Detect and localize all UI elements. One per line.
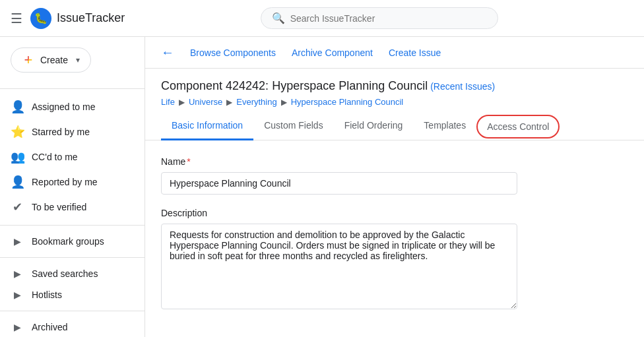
sidebar-item-starred[interactable]: ⭐ Starred by me bbox=[0, 119, 139, 144]
back-button[interactable]: ← bbox=[161, 45, 174, 60]
sidebar-label-verify: To be verified bbox=[32, 202, 86, 212]
name-input[interactable] bbox=[161, 172, 517, 195]
description-field-group: Description Requests for construction an… bbox=[161, 208, 628, 311]
sidebar-divider-mid bbox=[0, 225, 145, 226]
person-icon: 👤 bbox=[11, 100, 24, 114]
description-label: Description bbox=[161, 208, 628, 218]
sidebar-item-assigned[interactable]: 👤 Assigned to me bbox=[0, 94, 139, 119]
app-name: IssueTracker bbox=[57, 11, 125, 25]
sidebar-label-assigned: Assigned to me bbox=[32, 102, 96, 112]
tab-custom-fields[interactable]: Custom Fields bbox=[253, 112, 333, 140]
search-box[interactable]: 🔍 bbox=[261, 7, 498, 29]
browse-components-link[interactable]: Browse Components bbox=[190, 47, 276, 58]
sidebar-label-reported: Reported by me bbox=[32, 177, 98, 187]
sidebar-item-bookmarks[interactable]: ▶ Bookmark groups bbox=[0, 231, 145, 252]
breadcrumb-everything[interactable]: Everything bbox=[236, 97, 276, 107]
form-area: Name* Description Requests for construct… bbox=[145, 140, 644, 337]
main-content: ← Browse Components Archive Component Cr… bbox=[145, 37, 644, 337]
sidebar-label-bookmarks: Bookmark groups bbox=[32, 236, 104, 247]
archive-component-link[interactable]: Archive Component bbox=[292, 47, 373, 58]
recent-issues-link[interactable]: (Recent Issues) bbox=[430, 81, 495, 92]
name-field-group: Name* bbox=[161, 156, 628, 195]
sidebar-item-reported[interactable]: 👤 Reported by me bbox=[0, 169, 139, 195]
people-icon: 👥 bbox=[11, 150, 24, 164]
chevron-right-icon-archived: ▶ bbox=[11, 322, 24, 332]
required-star: * bbox=[187, 156, 190, 167]
header-left: ☰ 🐛 IssueTracker bbox=[11, 8, 125, 29]
top-header: ☰ 🐛 IssueTracker 🔍 bbox=[0, 0, 644, 37]
tabs-bar: Basic Information Custom Fields Field Or… bbox=[145, 112, 644, 140]
search-area: 🔍 bbox=[125, 7, 633, 29]
body-area: + Create ▾ 👤 Assigned to me ⭐ Starred by… bbox=[0, 37, 644, 337]
tab-basic-information[interactable]: Basic Information bbox=[161, 112, 253, 140]
tab-templates[interactable]: Templates bbox=[413, 112, 476, 140]
breadcrumb-universe[interactable]: Universe bbox=[189, 97, 222, 107]
breadcrumb-life[interactable]: Life bbox=[161, 97, 175, 107]
sidebar-divider-archived bbox=[0, 311, 145, 311]
sidebar-label-saved: Saved searches bbox=[32, 268, 98, 279]
sidebar-item-hotlists[interactable]: ▶ Hotlists bbox=[0, 284, 145, 305]
logo-area: 🐛 IssueTracker bbox=[30, 8, 125, 29]
breadcrumb-chevron-1: ▶ bbox=[179, 98, 185, 107]
sub-nav: ← Browse Components Archive Component Cr… bbox=[145, 37, 644, 69]
sidebar-divider-saved bbox=[0, 257, 145, 258]
create-label: Create bbox=[40, 55, 68, 65]
breadcrumb-chevron-3: ▶ bbox=[281, 98, 287, 107]
sidebar-label-starred: Starred by me bbox=[32, 127, 90, 137]
tab-access-control[interactable]: Access Control bbox=[476, 115, 560, 138]
create-plus-icon: + bbox=[22, 53, 35, 67]
menu-icon[interactable]: ☰ bbox=[11, 11, 22, 26]
sidebar-item-archived[interactable]: ▶ Archived bbox=[0, 317, 145, 337]
tab-field-ordering[interactable]: Field Ordering bbox=[334, 112, 414, 140]
search-icon: 🔍 bbox=[272, 12, 285, 24]
create-button[interactable]: + Create ▾ bbox=[11, 47, 91, 73]
sidebar: + Create ▾ 👤 Assigned to me ⭐ Starred by… bbox=[0, 37, 145, 337]
person-add-icon: 👤 bbox=[11, 175, 24, 189]
sidebar-label-hotlists: Hotlists bbox=[32, 290, 62, 300]
create-button-area: + Create ▾ bbox=[0, 47, 145, 83]
sidebar-item-ccd[interactable]: 👥 CC'd to me bbox=[0, 144, 139, 169]
sidebar-item-verify[interactable]: ✔ To be verified bbox=[0, 195, 139, 220]
star-icon: ⭐ bbox=[11, 125, 24, 139]
sidebar-divider-top bbox=[0, 88, 145, 89]
search-input[interactable] bbox=[290, 13, 487, 24]
create-dropdown-icon: ▾ bbox=[76, 55, 80, 65]
sidebar-label-ccd: CC'd to me bbox=[32, 152, 78, 162]
create-issue-link[interactable]: Create Issue bbox=[389, 47, 441, 58]
check-icon: ✔ bbox=[11, 200, 24, 214]
breadcrumb-chevron-2: ▶ bbox=[226, 98, 232, 107]
chevron-right-icon-bookmarks: ▶ bbox=[11, 236, 24, 247]
chevron-right-icon-saved: ▶ bbox=[11, 268, 24, 279]
description-textarea[interactable]: Requests for construction and demolition… bbox=[161, 224, 517, 309]
sidebar-item-saved[interactable]: ▶ Saved searches bbox=[0, 263, 145, 284]
breadcrumb: Life ▶ Universe ▶ Everything ▶ Hyperspac… bbox=[161, 93, 628, 107]
app-logo: 🐛 bbox=[30, 8, 51, 29]
component-title-row: Component 424242: Hyperspace Planning Co… bbox=[161, 79, 628, 93]
name-label: Name* bbox=[161, 156, 628, 167]
sidebar-label-archived: Archived bbox=[32, 322, 67, 332]
component-header: Component 424242: Hyperspace Planning Co… bbox=[145, 69, 644, 107]
chevron-right-icon-hotlists: ▶ bbox=[11, 290, 24, 300]
breadcrumb-hpc[interactable]: Hyperspace Planning Council bbox=[291, 97, 404, 107]
component-title: Component 424242: Hyperspace Planning Co… bbox=[161, 79, 428, 92]
